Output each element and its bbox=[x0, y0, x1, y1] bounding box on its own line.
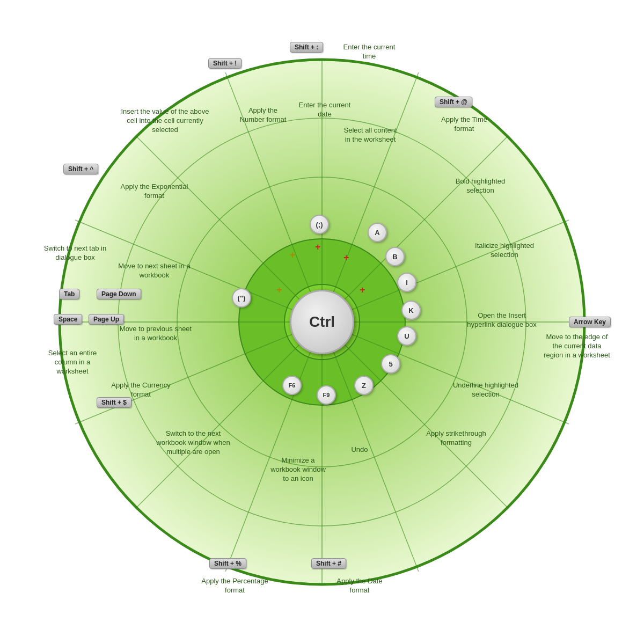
label-undo: Undo bbox=[338, 445, 381, 455]
label-insert-val: Insert the value of the above cell into … bbox=[121, 107, 209, 135]
key-u[interactable]: U bbox=[397, 326, 416, 346]
key-z[interactable]: Z bbox=[354, 376, 374, 395]
label-italicize: Italicize highlighted selection bbox=[467, 241, 542, 260]
badge-shift-hash[interactable]: Shift + # bbox=[311, 558, 346, 569]
key-semicolon[interactable]: (;) bbox=[310, 215, 329, 234]
label-minimize: Minimize a workbook window to an icon bbox=[267, 456, 329, 484]
key-f6[interactable]: F6 bbox=[282, 376, 302, 395]
badge-shift-at[interactable]: Shift + @ bbox=[435, 97, 472, 107]
key-b[interactable]: B bbox=[385, 247, 405, 266]
key-a[interactable]: A bbox=[368, 223, 387, 242]
label-edge: Move to the edge of the current data reg… bbox=[542, 333, 612, 360]
key-i[interactable]: I bbox=[397, 273, 416, 292]
label-select-all: Select all content in the worksheet bbox=[341, 126, 400, 144]
plus-left: + bbox=[276, 284, 282, 296]
badge-tab[interactable]: Tab bbox=[59, 289, 79, 299]
label-exp-format: Apply the Exponential format bbox=[118, 182, 191, 201]
label-switch-workbook: Switch to the next workbook window when … bbox=[156, 429, 231, 457]
label-bold: Bold highlighted selection bbox=[445, 177, 515, 195]
key-k[interactable]: K bbox=[401, 301, 421, 320]
plus-top: + bbox=[315, 241, 321, 253]
badge-shift-percent[interactable]: Shift + % bbox=[209, 558, 246, 569]
badge-shift-excl[interactable]: Shift + ! bbox=[208, 58, 241, 69]
label-next-sheet: Move to next sheet in a workbook bbox=[118, 262, 191, 280]
key-apostrophe[interactable]: (") bbox=[232, 288, 251, 308]
label-switch-tab: Switch to next tab in dialogue box bbox=[43, 244, 107, 262]
badge-shift-colon[interactable]: Shift + : bbox=[290, 42, 323, 53]
badge-shift-caret[interactable]: Shift + ^ bbox=[63, 164, 98, 174]
plus-topright: + bbox=[343, 252, 349, 264]
label-date-format: Apply the Date format bbox=[327, 577, 392, 595]
badge-page-up[interactable]: Page Up bbox=[89, 314, 124, 325]
badge-page-down[interactable]: Page Down bbox=[97, 289, 141, 299]
label-prev-sheet: Move to previous sheet in a workbook bbox=[118, 325, 193, 343]
label-select-col: Select an entire column in a worksheet bbox=[43, 349, 102, 376]
badge-space[interactable]: Space bbox=[54, 314, 82, 325]
key-5[interactable]: 5 bbox=[381, 354, 400, 374]
label-currency: Apply the Currency format bbox=[110, 381, 172, 399]
label-enter-time: Enter the current time bbox=[337, 43, 401, 61]
label-time-format: Apply the Time format bbox=[432, 115, 496, 134]
ctrl-center[interactable]: Ctrl bbox=[290, 290, 354, 354]
label-pct-format: Apply the Percentage format bbox=[193, 577, 276, 595]
label-number-format: Apply the Number format bbox=[236, 106, 290, 125]
key-f9[interactable]: F9 bbox=[317, 385, 336, 405]
plus-topleft: + bbox=[290, 250, 296, 261]
label-enter-date: Enter the current date bbox=[298, 101, 352, 119]
badge-arrow-key[interactable]: Arrow Key bbox=[569, 317, 611, 327]
label-hyperlink: Open the Insert hyperlink dialogue box bbox=[467, 311, 537, 330]
wheel-container: Ctrl + + + + + + + + (") (;) A B I K U 5 bbox=[27, 27, 617, 617]
plus-right: + bbox=[360, 284, 365, 296]
label-underline: Underline highlighted selection bbox=[451, 381, 521, 399]
label-strikethrough: Apply strikethrough formatting bbox=[421, 429, 491, 448]
